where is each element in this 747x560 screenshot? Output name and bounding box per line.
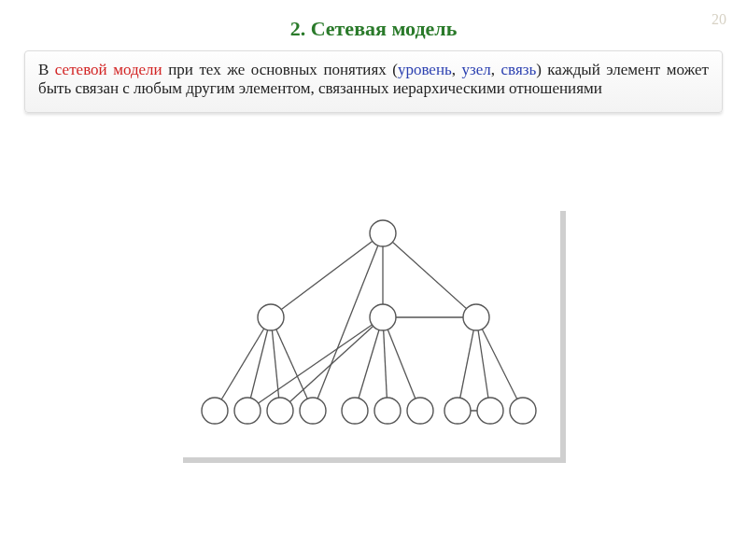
diagram-node: [463, 304, 489, 330]
desc-text: при тех же основных понятиях (: [162, 61, 398, 78]
diagram-node: [370, 220, 396, 246]
desc-text: ,: [452, 61, 462, 78]
diagram-node: [202, 398, 228, 424]
diagram-edge: [271, 317, 280, 411]
diagram-edge: [383, 233, 476, 317]
diagram-panel: [177, 205, 560, 457]
diagram-node: [407, 398, 433, 424]
diagram-edge: [383, 317, 388, 411]
diagram-node: [510, 398, 536, 424]
diagram-node: [444, 398, 471, 424]
diagram-svg: [177, 205, 560, 457]
diagram-edge: [280, 317, 383, 411]
diagram-node: [300, 398, 326, 424]
desc-blue-node: узел: [462, 61, 491, 78]
page-title: 2. Сетевая модель: [0, 0, 747, 50]
desc-blue-level: уровень: [398, 61, 452, 78]
diagram-node: [370, 304, 396, 330]
diagram-node: [234, 398, 261, 424]
description-box: В сетевой модели при тех же основных пон…: [24, 50, 723, 113]
diagram-node: [477, 398, 503, 424]
diagram-edge: [458, 317, 476, 411]
page-number: 20: [712, 11, 726, 28]
network-diagram: [177, 205, 570, 467]
diagram-edge: [215, 317, 271, 411]
desc-text: В: [38, 61, 55, 78]
desc-red: сетевой модели: [55, 61, 162, 78]
desc-text: ,: [491, 61, 501, 78]
diagram-edge: [383, 317, 420, 411]
diagram-node: [267, 398, 293, 424]
desc-blue-link: связь: [501, 61, 537, 78]
diagram-node: [374, 398, 401, 424]
diagram-node: [258, 304, 284, 330]
diagram-node: [342, 398, 368, 424]
diagram-edge: [355, 317, 383, 411]
diagram-edge: [271, 317, 313, 411]
